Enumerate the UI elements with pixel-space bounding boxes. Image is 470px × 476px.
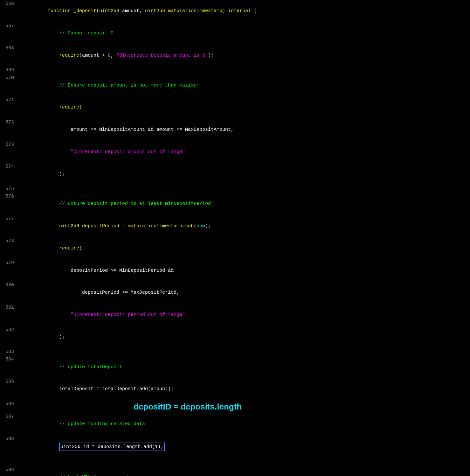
code-token: );: [208, 53, 214, 58]
code-line-586: 586 depositID = deposits.length: [0, 400, 470, 413]
line-number: 580: [0, 282, 19, 289]
code-token: require(: [36, 246, 82, 251]
code-token: internal: [228, 8, 251, 14]
code-line-573: 573 "DInterest: Deposit amount out of ra…: [0, 141, 470, 163]
code-line-598: 598 // Mint MPH for msg.sender: [0, 466, 470, 476]
code-token: );: [36, 172, 65, 177]
line-number: 567: [0, 22, 19, 30]
line-number: 585: [0, 378, 19, 385]
code-container: 566 function _deposit(uint256 amount, ui…: [0, 0, 470, 476]
code-token: , uint256 maturationTimestamp): [139, 8, 228, 14]
code-token: {: [251, 8, 257, 14]
code-token: amount: [122, 8, 139, 14]
code-token: [36, 149, 71, 155]
highlighted-line-588: uint256 id = deposits.length.add(1);: [59, 443, 165, 451]
code-token: depositPeriod >= MinDepositPeriod &&: [36, 268, 174, 273]
code-line-588: 588 uint256 id = deposits.length.add(1);: [0, 435, 470, 459]
code-line-575: 575: [0, 185, 470, 193]
code-line-567: 567 // Cannot deposit 0: [0, 22, 470, 45]
code-line-569: 569: [0, 66, 470, 74]
code-token: totalDeposit = totalDeposit.add(amount);: [36, 386, 174, 392]
line-number: 578: [0, 237, 19, 245]
code-line-583: 583: [0, 348, 470, 356]
code-token: 0: [108, 53, 111, 58]
code-token: // Ensure deposit period is at least Min…: [36, 201, 211, 206]
line-number: [0, 458, 19, 466]
code-token: "DInterest: Deposit amount is 0": [116, 53, 208, 58]
line-number: 576: [0, 193, 19, 200]
code-line-587: 587 // Update funding related data: [0, 413, 470, 435]
code-line-574: 574 );: [0, 163, 470, 185]
code-token: uint256 depositPeriod = maturationTimest…: [36, 223, 197, 229]
code-token: // Update totalDeposit: [36, 364, 122, 370]
line-number: 574: [0, 163, 19, 170]
code-token: // Cannot deposit 0: [36, 31, 114, 36]
code-token: require(: [36, 53, 82, 58]
code-token: "DInterest: Deposit period out of range": [71, 312, 185, 318]
code-token: // Mint MPH for msg.sender: [36, 475, 134, 476]
code-line-580: 580 depositPeriod <= MaxDepositPeriod,: [0, 282, 470, 304]
code-line-585: 585 totalDeposit = totalDeposit.add(amou…: [0, 378, 470, 400]
line-number: 588: [0, 435, 19, 443]
code-token: // Update funding related data: [36, 421, 145, 427]
code-token: >: [99, 53, 108, 58]
code-token: [36, 312, 71, 318]
code-line-572: 572 amount >= MinDepositAmount && amount…: [0, 119, 470, 141]
line-number: 587: [0, 413, 19, 420]
line-number: 581: [0, 304, 19, 311]
line-number: 568: [0, 45, 19, 52]
line-number: 586: [0, 400, 19, 408]
code-token: );: [205, 223, 211, 229]
code-line-581: 581 "DInterest: Deposit period out of ra…: [0, 304, 470, 326]
code-token: ,: [111, 53, 116, 58]
line-number: 570: [0, 74, 19, 81]
line-number: 566: [0, 0, 19, 7]
line-number: 572: [0, 119, 19, 126]
code-line-566: 566 function _deposit(uint256 amount, ui…: [0, 0, 470, 22]
line-number: 575: [0, 185, 19, 192]
code-token: "DInterest: Deposit amount out of range": [71, 149, 185, 155]
code-token: amount >= MinDepositAmount && amount <= …: [36, 127, 234, 132]
line-number: 582: [0, 326, 19, 333]
code-token: depositPeriod <= MaxDepositPeriod,: [36, 290, 179, 295]
code-token: );: [36, 334, 65, 340]
line-number: 584: [0, 356, 19, 363]
annotation-deposit-id: depositID = deposits.length: [134, 400, 242, 413]
code-line-571: 571 require(: [0, 96, 470, 119]
code-line-584: 584 // Update totalDeposit: [0, 356, 470, 378]
code-line-579: 579 depositPeriod >= MinDepositPeriod &&: [0, 259, 470, 282]
code-token: amount: [82, 53, 99, 58]
line-number: 571: [0, 96, 19, 104]
code-token: function _deposit(uint256: [36, 8, 122, 14]
code-line-570: 570 // Ensure deposit amount is not more…: [0, 74, 470, 96]
code-token: uint256 id = deposits.length.add(1);: [60, 444, 163, 450]
code-gap-1: [0, 458, 470, 466]
code-line-582: 582 );: [0, 326, 470, 348]
code-line-568: 568 require(amount > 0, "DInterest: Depo…: [0, 45, 470, 67]
line-number: 598: [0, 466, 19, 473]
code-line-577: 577 uint256 depositPeriod = maturationTi…: [0, 215, 470, 237]
line-number: 569: [0, 66, 19, 74]
code-line-576: 576 // Ensure deposit period is at least…: [0, 193, 470, 215]
line-number: 577: [0, 215, 19, 222]
code-token: now: [197, 223, 205, 229]
code-token: require(: [36, 105, 82, 110]
code-line-578: 578 require(: [0, 237, 470, 260]
line-number: 573: [0, 141, 19, 148]
code-token: [36, 444, 59, 450]
code-token: // Ensure deposit amount is not more tha…: [36, 83, 199, 88]
line-number: 583: [0, 348, 19, 355]
line-number: 579: [0, 259, 19, 267]
